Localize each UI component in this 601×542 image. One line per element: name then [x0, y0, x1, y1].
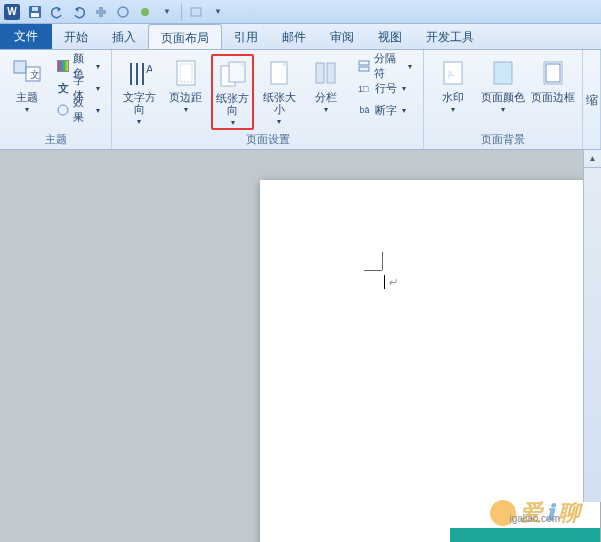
qat-dropdown-2[interactable]: ▼ — [208, 2, 228, 22]
tab-mailings[interactable]: 邮件 — [270, 24, 318, 49]
tab-review[interactable]: 审阅 — [318, 24, 366, 49]
group-page-background: A 水印 ▾ 页面颜色 ▾ 页面边框 页面背景 — [424, 50, 583, 149]
size-button[interactable]: 纸张大小 ▾ — [258, 54, 301, 130]
tab-page-layout[interactable]: 页面布局 — [148, 24, 222, 49]
qat-button-3[interactable] — [135, 2, 155, 22]
tab-references[interactable]: 引用 — [222, 24, 270, 49]
text-direction-button[interactable]: A 文字方向 ▾ — [118, 54, 161, 130]
svg-text:文: 文 — [30, 69, 40, 80]
line-numbers-button[interactable]: 1□行号▾ — [351, 78, 417, 98]
svg-rect-21 — [316, 63, 324, 83]
svg-rect-29 — [544, 62, 562, 84]
footer-strip: qk3ufu.com — [450, 528, 600, 542]
group-theme: 文 主题 ▾ 颜色▾ 文字体▾ 效果▾ 主题 — [0, 50, 112, 149]
svg-rect-28 — [494, 62, 512, 84]
qat-dropdown[interactable]: ▼ — [157, 2, 177, 22]
svg-rect-2 — [32, 7, 38, 11]
svg-text:A: A — [146, 63, 152, 75]
vertical-scrollbar[interactable]: ▲ — [583, 150, 601, 502]
svg-point-11 — [58, 105, 68, 115]
svg-point-5 — [118, 7, 128, 17]
svg-rect-23 — [359, 61, 369, 65]
watermark-button[interactable]: A 水印 ▾ — [430, 54, 476, 130]
redo-button[interactable] — [69, 2, 89, 22]
orientation-button[interactable]: 纸张方向 ▾ — [211, 54, 254, 130]
svg-rect-4 — [96, 10, 106, 14]
breaks-button[interactable]: 分隔符▾ — [351, 56, 417, 76]
title-bar: W ▼ ▼ — [0, 0, 601, 24]
svg-rect-7 — [191, 8, 201, 16]
group-page-setup: A 文字方向 ▾ 页边距 ▾ 纸张方向 ▾ 纸张大小 ▾ 分栏 — [112, 50, 424, 149]
svg-rect-24 — [359, 67, 369, 71]
page-color-button[interactable]: 页面颜色 ▾ — [480, 54, 526, 130]
tab-file[interactable]: 文件 — [0, 24, 52, 49]
svg-point-6 — [141, 8, 149, 16]
ribbon-tabs: 文件 开始 插入 页面布局 引用 邮件 审阅 视图 开发工具 — [0, 24, 601, 50]
qat-button-2[interactable] — [113, 2, 133, 22]
save-button[interactable] — [25, 2, 45, 22]
tab-insert[interactable]: 插入 — [100, 24, 148, 49]
separator — [181, 4, 182, 20]
qat-button-1[interactable] — [91, 2, 111, 22]
theme-effects-button[interactable]: 效果▾ — [51, 100, 105, 120]
truncated-label: 缩 — [586, 91, 598, 108]
margins-button[interactable]: 页边距 ▾ — [165, 54, 208, 130]
word-app-icon: W — [4, 4, 20, 20]
ribbon: 文 主题 ▾ 颜色▾ 文字体▾ 效果▾ 主题 A 文字方向 ▾ 页边距 ▾ — [0, 50, 601, 150]
hyphenation-button[interactable]: bā断字▾ — [351, 100, 417, 120]
tab-home[interactable]: 开始 — [52, 24, 100, 49]
qat-button-4[interactable] — [186, 2, 206, 22]
text-caret — [384, 275, 385, 289]
svg-text:1□: 1□ — [358, 84, 369, 94]
paragraph-mark: ↵ — [388, 276, 397, 289]
themes-button[interactable]: 文 主题 ▾ — [6, 54, 47, 130]
document-page[interactable]: ↵ 爱 ℹ 聊 qk3ufu.com igaliao.com — [260, 180, 600, 542]
svg-rect-8 — [14, 61, 26, 73]
tab-view[interactable]: 视图 — [366, 24, 414, 49]
page-borders-button[interactable]: 页面边框 — [530, 54, 576, 130]
document-workspace: ↵ 爱 ℹ 聊 qk3ufu.com igaliao.com ▲ — [0, 150, 601, 542]
tab-developer[interactable]: 开发工具 — [414, 24, 486, 49]
undo-button[interactable] — [47, 2, 67, 22]
scroll-up-button[interactable]: ▲ — [584, 150, 601, 168]
svg-rect-22 — [327, 63, 335, 83]
group-truncated: 缩 — [583, 50, 601, 149]
svg-rect-1 — [31, 13, 39, 17]
watermark-url: igaliao.com — [509, 513, 560, 524]
columns-button[interactable]: 分栏 ▾ — [305, 54, 348, 130]
